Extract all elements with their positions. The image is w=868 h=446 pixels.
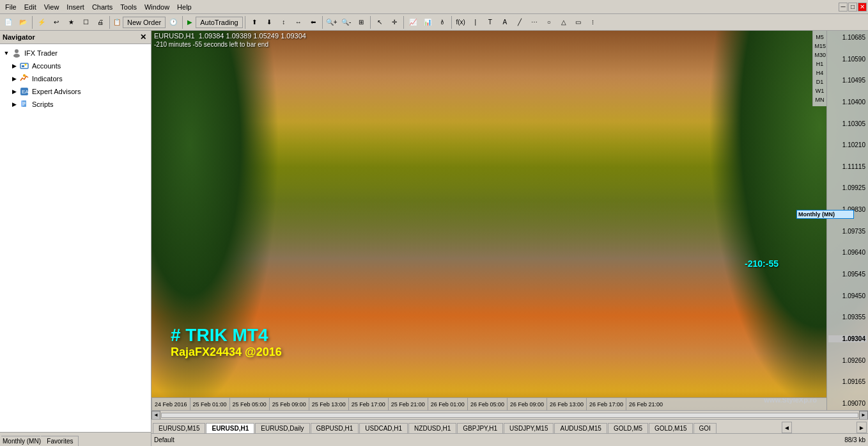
toolbar-triangle[interactable]: △ [557,15,571,29]
nav-expand-expert[interactable]: ▶ [10,88,18,95]
chart-container[interactable]: EURUSD,H1 1.09384 1.09389 1.05249 1.0930… [151,31,868,410]
navigator-header: Navigator ✕ [0,31,151,44]
menu-charts[interactable]: Charts [88,2,116,12]
toolbar-shapes[interactable]: ▭ [571,15,585,29]
toolbar: 📄 📂 ⚡ ↩ ★ ☐ 🖨 📋 New Order 🕐 ▶ AutoTradin… [0,14,868,31]
chart-tab-9[interactable]: GOLD,M5 [608,423,648,433]
toolbar-chart-candle[interactable]: 🕯 [435,15,449,29]
toolbar-btn2[interactable]: ↩ [49,15,63,29]
toolbar-circle[interactable]: ○ [542,15,556,29]
autotrading-button[interactable]: AutoTrading [196,17,243,28]
tf-h1[interactable]: H1 [814,60,826,68]
chart-tab-7[interactable]: USDJPY,M15 [504,423,554,433]
scripts-icon [19,99,29,109]
toolbar-chart-line[interactable]: 📈 [406,15,420,29]
time-label-12: 26 Feb 21:00 [626,398,665,410]
tf-d1[interactable]: D1 [814,78,826,86]
chart-tab-2[interactable]: EURUSD,Daily [255,423,309,433]
nav-expand-ifxtrader[interactable]: ▼ [3,49,10,57]
nav-item-expert-advisors[interactable]: ▶ EA Expert Advisors [0,85,151,98]
restore-button[interactable]: □ [848,3,857,12]
svg-point-4 [25,64,27,66]
menu-edit[interactable]: Edit [20,2,40,12]
chart-tab-10[interactable]: GOLD,M15 [649,423,693,433]
tf-mn[interactable]: MN [814,96,826,104]
nav-item-scripts[interactable]: ▶ Scripts [0,98,151,111]
chart-tab-6[interactable]: GBPJPY,H1 [457,423,503,433]
nav-label-ifxtrader: IFX Trader [24,49,58,57]
watermark: # TRIK MT4 RajaFX24434 @2016 [171,325,282,359]
new-order-button[interactable]: New Order [123,17,166,28]
time-label-9: 26 Feb 09:00 [507,398,546,410]
toolbar-text[interactable]: A [498,15,512,29]
nav-label-expert: Expert Advisors [32,88,81,95]
menu-view[interactable]: View [40,2,63,12]
indicators-icon [19,74,29,84]
svg-rect-3 [22,65,24,67]
nav-item-ifxtrader[interactable]: ▼ IFX Trader [0,47,151,60]
time-axis: 24 Feb 2016 25 Feb 01:00 25 Feb 05:00 25… [151,397,826,410]
nav-expand-accounts[interactable]: ▶ [10,62,18,70]
scroll-track[interactable] [161,413,858,418]
toolbar-btn5[interactable]: 🖨 [93,15,107,29]
toolbar-btn4[interactable]: ☐ [79,15,93,29]
toolbar-btn8[interactable]: ↕ [277,15,291,29]
menu-help[interactable]: Help [173,2,196,12]
nav-item-accounts[interactable]: ▶ Accounts [0,60,151,72]
chart-tab-5[interactable]: NZDUSD,H1 [408,423,456,433]
nav-expand-indicators[interactable]: ▶ [10,75,18,83]
toolbar-btn7[interactable]: ⬇ [262,15,276,29]
toolbar-chart-bar[interactable]: 📊 [421,15,435,29]
minimize-button[interactable]: ─ [839,3,848,12]
tab-scroll-right-btn[interactable]: ► [856,422,867,433]
chart-tab-1[interactable]: EURUSD,H1 [206,423,254,433]
chart-tab-8[interactable]: AUDUSD,M15 [554,423,607,433]
chart-symbol-title: EURUSD,H1 1.09384 1.09389 1.05249 1.0930… [151,31,868,41]
time-label-10: 26 Feb 13:00 [546,398,586,410]
nav-item-indicators[interactable]: ▶ Indicators [0,72,151,85]
toolbar-more[interactable]: ⋯ [527,15,541,29]
toolbar-more2[interactable]: ⫶ [586,15,600,29]
chart-tab-3[interactable]: GBPUSD,H1 [311,423,359,433]
toolbar-history[interactable]: 🕐 [166,15,180,29]
tf-w1[interactable]: W1 [814,87,826,95]
toolbar-zoom-out[interactable]: 🔍- [339,15,353,29]
toolbar-btn1[interactable]: ⚡ [35,15,49,29]
menu-window[interactable]: Window [141,2,173,12]
scroll-right-btn[interactable]: ► [859,411,868,420]
chart-tab-11[interactable]: GOI [694,423,717,433]
toolbar-cursor[interactable]: ↖ [373,15,387,29]
close-button[interactable]: ✕ [858,3,867,12]
toolbar-autotrading-icon[interactable]: ▶ [185,15,195,29]
price-scale: 1.10685 1.10590 1.10495 1.10400 1.10305 … [826,31,868,410]
price-label-2: 1.10495 [828,77,867,84]
nav-tab-favorites[interactable]: Favorites [41,436,79,446]
toolbar-zoom-in[interactable]: 🔍+ [325,15,339,29]
menu-tools[interactable]: Tools [116,2,141,12]
chart-tab-0[interactable]: EURUSD,M15 [153,423,205,433]
toolbar-new-order-icon[interactable]: 📋 [112,15,122,29]
time-label-0: 24 Feb 2016 [151,398,190,410]
toolbar-btn6[interactable]: ⬆ [247,15,261,29]
toolbar-line[interactable]: ╱ [513,15,527,29]
toolbar-objects[interactable]: T [483,15,497,29]
toolbar-period-sep[interactable]: | [469,15,483,29]
tf-h4[interactable]: H4 [814,69,826,77]
toolbar-fit[interactable]: ⊞ [354,15,368,29]
main-layout: Navigator ✕ ▼ IFX Trader [0,31,868,446]
toolbar-open[interactable]: 📂 [16,15,30,29]
toolbar-btn3[interactable]: ★ [64,15,78,29]
toolbar-btn9[interactable]: ↔ [291,15,306,29]
chart-tab-4[interactable]: USDCAD,H1 [359,423,408,433]
menu-insert[interactable]: Insert [63,2,88,12]
scroll-left-btn[interactable]: ◄ [151,411,160,420]
toolbar-indicators[interactable]: f(x) [454,15,468,29]
toolbar-crosshair[interactable]: ✛ [387,15,401,29]
toolbar-btn10[interactable]: ⬅ [306,15,320,29]
toolbar-new[interactable]: 📄 [1,15,15,29]
navigator-close-button[interactable]: ✕ [138,32,148,42]
nav-expand-scripts[interactable]: ▶ [10,100,18,108]
tab-scroll-left-btn[interactable]: ◄ [782,422,792,433]
tf-m30[interactable]: M30 [814,51,826,59]
menu-file[interactable]: File [1,2,20,12]
